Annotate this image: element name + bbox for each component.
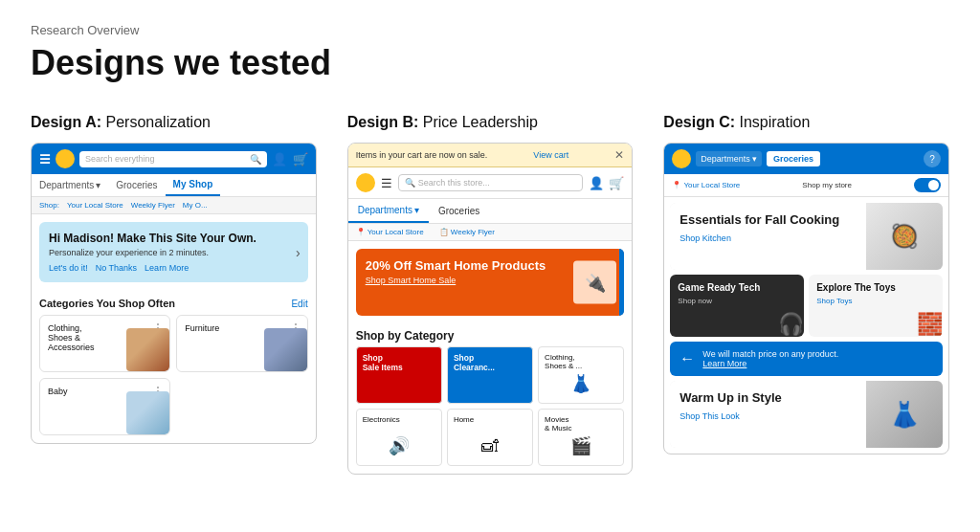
home-icon: 🛋 bbox=[454, 432, 526, 459]
shop-this-look-link[interactable]: Shop This Look bbox=[679, 411, 739, 421]
close-icon[interactable]: ✕ bbox=[614, 148, 624, 162]
headphones-icon: 🎧 bbox=[766, 299, 804, 337]
top-icons: 👤 🛒 bbox=[589, 176, 624, 190]
category-movies-music[interactable]: Movies& Music 🎬 bbox=[538, 409, 624, 466]
design-a-topbar: ☰ Search everything 🔍 👤 🛒 bbox=[32, 144, 316, 174]
lets-do-it-link[interactable]: Let's do it! bbox=[49, 263, 88, 273]
research-label: Research Overview bbox=[31, 23, 949, 37]
nav-groceries[interactable]: Groceries bbox=[108, 174, 165, 196]
price-match-text: We will match price on any product. Lear… bbox=[702, 349, 838, 368]
two-col-row: Game Ready Tech Shop now 🎧 Explore The T… bbox=[670, 275, 943, 337]
groceries-btn[interactable]: Groceries bbox=[767, 151, 820, 166]
price-match-arrow-icon: ← bbox=[679, 350, 695, 367]
toys-icon: 🧱 bbox=[904, 299, 943, 337]
warm-up-title: Warm Up in Style bbox=[679, 390, 857, 407]
weekly-flyer-link[interactable]: 📋 Weekly Flyer bbox=[439, 228, 495, 236]
banner-links: Let's do it! No Thanks Learn More bbox=[49, 263, 299, 273]
design-b-navbar: Departments ▾ Groceries bbox=[348, 199, 633, 224]
main-card-image: 🥘 bbox=[866, 203, 943, 270]
electronics-icon: 🔊 bbox=[363, 432, 435, 459]
nav-departments[interactable]: Departments ▾ bbox=[348, 199, 429, 223]
design-c-heading: Design C: Inspiration bbox=[663, 114, 949, 131]
main-card-fall-cooking[interactable]: Essentials for Fall Cooking Shop Kitchen… bbox=[670, 203, 943, 270]
category-baby[interactable]: Baby ⋮ bbox=[39, 378, 170, 435]
card-game-ready-tech[interactable]: Game Ready Tech Shop now 🎧 bbox=[670, 275, 804, 337]
category-home[interactable]: Home 🛋 bbox=[447, 409, 533, 466]
categories-grid: Clothing,Shoes &Accessories ⋮ Furniture … bbox=[39, 315, 308, 435]
main-card-title: Essentials for Fall Cooking bbox=[679, 212, 857, 229]
no-thanks-link[interactable]: No Thanks bbox=[96, 263, 137, 273]
shop-now-link[interactable]: Shop now bbox=[678, 297, 712, 305]
category-electronics[interactable]: Electronics 🔊 bbox=[356, 409, 442, 466]
departments-btn[interactable]: Departments ▾ bbox=[696, 151, 762, 166]
chevron-down-icon: ▾ bbox=[414, 205, 419, 215]
nav-groceries[interactable]: Groceries bbox=[429, 199, 489, 223]
chevron-right-icon[interactable]: › bbox=[296, 245, 301, 260]
shop-by-category-title: Shop by Category bbox=[348, 323, 633, 346]
design-b-column: Design B: Price Leadership Items in your… bbox=[347, 114, 634, 475]
search-bar[interactable]: 🔍 Search this store... bbox=[398, 174, 584, 191]
category-furniture[interactable]: Furniture ⋮ bbox=[176, 315, 307, 372]
page-title: Designs we tested bbox=[31, 43, 949, 83]
design-b-heading: Design B: Price Leadership bbox=[347, 114, 634, 131]
local-store-link[interactable]: 📍 Your Local Store bbox=[672, 181, 740, 189]
design-c-localbar: 📍 Your Local Store Shop my store bbox=[664, 174, 948, 197]
search-placeholder: Search this store... bbox=[418, 178, 490, 188]
local-store-link[interactable]: 📍 Your Local Store bbox=[356, 228, 424, 236]
shop-kitchen-link[interactable]: Shop Kitchen bbox=[679, 233, 731, 243]
notification-bar: Items in your cart are now on sale. View… bbox=[348, 144, 633, 167]
category-clearance[interactable]: ShopClearanc... bbox=[447, 346, 533, 404]
design-b-topbar: ☰ 🔍 Search this store... 👤 🛒 bbox=[348, 167, 633, 199]
bottom-card-text: Warm Up in Style Shop This Look bbox=[670, 381, 866, 448]
main-card-text: Essentials for Fall Cooking Shop Kitchen bbox=[670, 203, 866, 270]
clothing-image bbox=[126, 328, 169, 371]
toggle-switch[interactable] bbox=[914, 178, 941, 192]
design-b-phone: Items in your cart are now on sale. View… bbox=[347, 143, 634, 475]
design-a-navbar: Departments ▾ Groceries My Shop bbox=[32, 174, 316, 197]
categories-title: Categories You Shop Often bbox=[39, 298, 175, 309]
hamburger-icon[interactable]: ☰ bbox=[381, 176, 392, 190]
banner-title: Hi Madison! Make This Site Your Own. bbox=[49, 232, 299, 245]
cart-icon[interactable]: 🛒 bbox=[609, 176, 624, 190]
category-clothing[interactable]: Clothing,Shoes &Accessories ⋮ bbox=[39, 315, 170, 372]
edit-link[interactable]: Edit bbox=[291, 299, 307, 309]
clothing-icon: 👗 bbox=[545, 370, 617, 397]
design-c-topbar: Departments ▾ Groceries ? bbox=[664, 144, 948, 174]
user-icon[interactable]: 👤 bbox=[589, 176, 604, 190]
user-icon[interactable]: 👤 bbox=[272, 152, 287, 166]
hamburger-icon[interactable]: ☰ bbox=[39, 152, 51, 166]
local-store-link[interactable]: Your Local Store bbox=[67, 201, 123, 210]
category-clothing[interactable]: Clothing,Shoes & ... 👗 bbox=[538, 346, 624, 404]
shop-label: Shop: bbox=[39, 201, 59, 210]
top-icons: 👤 🛒 bbox=[272, 152, 308, 166]
banner-subtitle: Personalize your experience in 2 minutes… bbox=[49, 248, 299, 257]
price-match-banner: ← We will match price on any product. Le… bbox=[670, 342, 943, 376]
cart-icon[interactable]: 🛒 bbox=[293, 152, 308, 166]
notification-text: Items in your cart are now on sale. bbox=[356, 150, 488, 160]
avatar bbox=[356, 173, 375, 192]
movies-icon: 🎬 bbox=[545, 432, 617, 459]
design-c-phone: Departments ▾ Groceries ? 📍 Your Local S… bbox=[663, 143, 949, 454]
weekly-flyer-link[interactable]: Weekly Flyer bbox=[131, 201, 175, 210]
nav-myshop[interactable]: My Shop bbox=[166, 174, 221, 196]
avatar bbox=[56, 149, 75, 168]
furniture-image bbox=[264, 328, 307, 371]
search-icon: 🔍 bbox=[250, 154, 261, 165]
learn-more-link[interactable]: Learn More bbox=[702, 359, 746, 368]
blue-bar bbox=[619, 249, 624, 316]
my-o-link[interactable]: My O... bbox=[183, 201, 208, 210]
card-explore-toys[interactable]: Explore The Toys Shop Toys 🧱 bbox=[809, 275, 943, 337]
chevron-down-icon: ▾ bbox=[96, 180, 100, 190]
help-btn[interactable]: ? bbox=[924, 150, 941, 167]
learn-more-link[interactable]: Learn More bbox=[145, 263, 189, 273]
search-icon: 🔍 bbox=[405, 178, 415, 188]
hero-image: 🔌 bbox=[573, 261, 616, 304]
search-bar[interactable]: Search everything 🔍 bbox=[79, 151, 267, 167]
bottom-card-warm-up[interactable]: Warm Up in Style Shop This Look 👗 bbox=[670, 381, 943, 448]
category-grid: ShopSale Items ShopClearanc... Clothing,… bbox=[348, 346, 633, 474]
nav-departments[interactable]: Departments ▾ bbox=[32, 174, 108, 196]
view-cart-link[interactable]: View cart bbox=[533, 150, 568, 160]
category-sale-items[interactable]: ShopSale Items bbox=[356, 346, 442, 404]
chevron-down-icon: ▾ bbox=[752, 154, 757, 164]
shop-toys-link[interactable]: Shop Toys bbox=[816, 297, 852, 305]
